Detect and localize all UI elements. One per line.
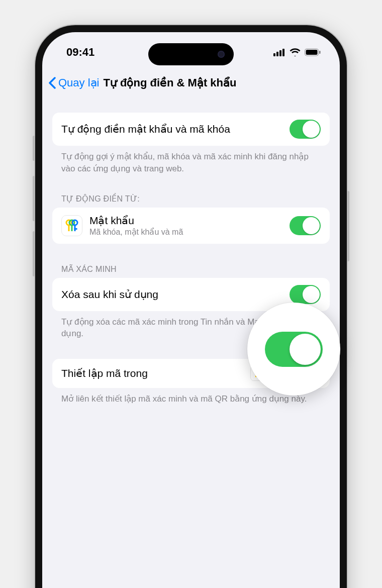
autofill-from-group: Mật khẩu Mã khóa, mật khẩu và mã xyxy=(52,208,330,244)
svg-rect-12 xyxy=(74,225,76,231)
page-title: Tự động điền & Mật khẩu xyxy=(103,76,236,89)
volume-up-button xyxy=(33,176,35,221)
delete-after-use-toggle-magnified xyxy=(265,332,323,367)
svg-rect-10 xyxy=(71,225,73,231)
autofill-footer: Tự động gợi ý mật khẩu, mã khóa và mã xá… xyxy=(52,146,330,175)
delete-after-use-label: Xóa sau khi sử dụng xyxy=(61,288,282,301)
svg-rect-0 xyxy=(273,53,275,56)
autofill-passwords-label: Tự động điền mật khẩu và mã khóa xyxy=(61,123,282,135)
magnified-toggle-highlight xyxy=(247,303,340,396)
back-chevron-icon[interactable] xyxy=(48,77,57,89)
front-camera xyxy=(218,51,225,58)
svg-rect-8 xyxy=(68,225,70,231)
delete-after-use-toggle[interactable] xyxy=(290,285,321,304)
svg-rect-1 xyxy=(276,52,278,56)
passwords-app-subtitle: Mã khóa, mật khẩu và mã xyxy=(89,227,282,237)
svg-rect-3 xyxy=(282,49,284,56)
passwords-app-title: Mật khẩu xyxy=(89,215,282,227)
battery-icon xyxy=(305,48,321,56)
back-button[interactable]: Quay lại xyxy=(58,76,99,89)
svg-rect-2 xyxy=(279,50,281,56)
verification-codes-header: MÃ XÁC MINH xyxy=(52,265,330,278)
silence-switch xyxy=(33,136,35,161)
passwords-app-toggle[interactable] xyxy=(290,216,321,235)
autofill-passwords-toggle[interactable] xyxy=(290,120,321,139)
autofill-from-header: TỰ ĐỘNG ĐIỀN TỪ: xyxy=(52,194,330,208)
passwords-app-icon xyxy=(61,215,82,236)
navigation-bar: Quay lại Tự động điền & Mật khẩu xyxy=(42,72,340,97)
setup-codes-in-label: Thiết lập mã trong xyxy=(61,367,243,379)
volume-down-button xyxy=(33,231,35,276)
passwords-app-row[interactable]: Mật khẩu Mã khóa, mật khẩu và mã xyxy=(52,208,330,244)
svg-rect-5 xyxy=(306,50,318,55)
status-time: 09:41 xyxy=(66,46,94,59)
autofill-passwords-row[interactable]: Tự động điền mật khẩu và mã khóa xyxy=(52,113,330,146)
cellular-icon xyxy=(273,48,285,56)
svg-rect-6 xyxy=(319,51,321,54)
wifi-icon xyxy=(290,48,301,56)
dynamic-island xyxy=(148,43,234,65)
svg-rect-13 xyxy=(74,228,77,230)
autofill-main-group: Tự động điền mật khẩu và mã khóa xyxy=(52,113,330,146)
power-button xyxy=(347,191,349,261)
